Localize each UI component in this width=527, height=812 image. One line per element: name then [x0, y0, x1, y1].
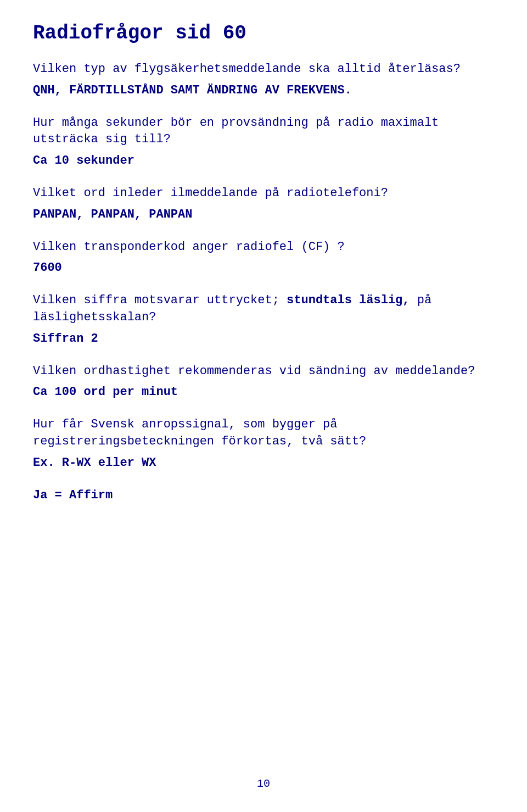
answer-8: Ja = Affirm: [33, 487, 494, 504]
qa-block-2: Hur många sekunder bör en provsändning p…: [33, 115, 494, 170]
question-5: Vilken siffra motsvarar uttrycket; stund…: [33, 292, 494, 326]
qa-block-6: Vilken ordhastighet rekommenderas vid sä…: [33, 363, 494, 402]
page-title: Radiofrågor sid 60: [33, 22, 494, 45]
answer-7: Ex. R-WX eller WX: [33, 455, 494, 472]
bold-text-stundtals: stundtals läslig,: [287, 293, 410, 307]
answer-3: PANPAN, PANPAN, PANPAN: [33, 207, 494, 224]
answer-6: Ca 100 ord per minut: [33, 384, 494, 401]
question-6: Vilken ordhastighet rekommenderas vid sä…: [33, 363, 494, 380]
qa-block-1: Vilken typ av flygsäkerhetsmeddelande sk…: [33, 61, 494, 99]
question-3: Vilket ord inleder ilmeddelande på radio…: [33, 185, 494, 202]
qa-block-8: Ja = Affirm: [33, 487, 494, 504]
question-1: Vilken typ av flygsäkerhetsmeddelande sk…: [33, 61, 494, 78]
page-number: 10: [257, 777, 270, 790]
answer-4: 7600: [33, 260, 494, 277]
content-area: Vilken typ av flygsäkerhetsmeddelande sk…: [33, 61, 494, 504]
qa-block-5: Vilken siffra motsvarar uttrycket; stund…: [33, 292, 494, 347]
question-4: Vilken transponderkod anger radiofel (CF…: [33, 239, 494, 256]
question-7: Hur får Svensk anropssignal, som bygger …: [33, 416, 494, 451]
qa-block-7: Hur får Svensk anropssignal, som bygger …: [33, 416, 494, 471]
answer-1: QNH, FÄRDTILLSTÅND SAMT ÄNDRING AV FREKV…: [33, 82, 494, 99]
answer-5: Siffran 2: [33, 331, 494, 348]
answer-2: Ca 10 sekunder: [33, 153, 494, 170]
qa-block-3: Vilket ord inleder ilmeddelande på radio…: [33, 185, 494, 224]
qa-block-4: Vilken transponderkod anger radiofel (CF…: [33, 239, 494, 277]
question-2: Hur många sekunder bör en provsändning p…: [33, 115, 494, 149]
